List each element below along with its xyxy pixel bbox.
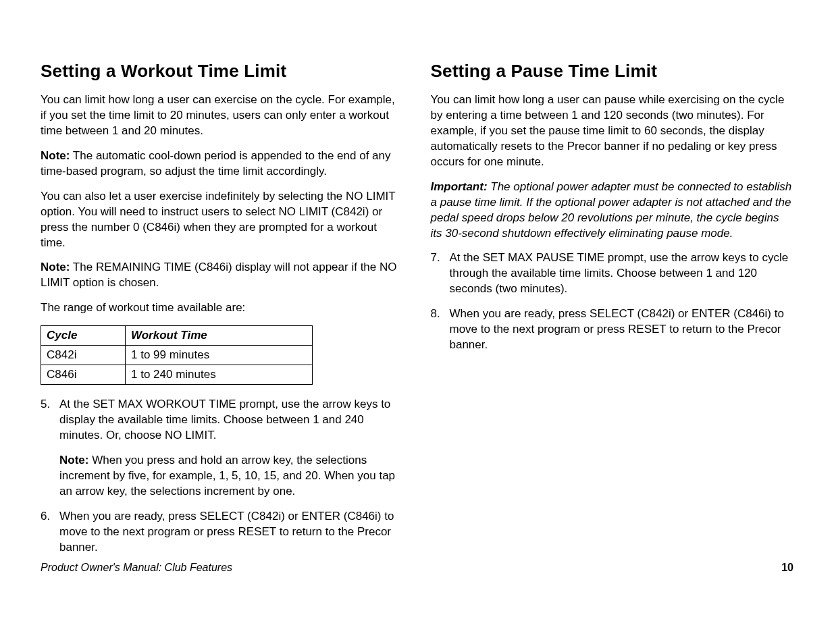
table-header-workout-time: Workout Time [126, 326, 313, 346]
step-body: At the SET MAX PAUSE TIME prompt, use th… [450, 251, 789, 295]
table-cell: 1 to 99 minutes [126, 346, 313, 365]
note-label: Note: [59, 454, 88, 466]
step-number: 5. [41, 397, 50, 412]
table-cell: 1 to 240 minutes [126, 365, 313, 385]
list-item: 6. When you are ready, press SELECT (C84… [41, 509, 404, 556]
step-body: When you are ready, press SELECT (C842i)… [59, 510, 394, 554]
note-body: The REMAINING TIME (C846i) display will … [41, 261, 397, 289]
page-number: 10 [781, 562, 793, 574]
paragraph: The range of workout time available are: [41, 300, 404, 316]
paragraph: You can limit how long a user can exerci… [41, 92, 404, 139]
step-note: Note: When you press and hold an arrow k… [59, 453, 404, 500]
step-body: When you are ready, press SELECT (C842i)… [450, 307, 784, 351]
page: Setting a Workout Time Limit You can lim… [0, 0, 834, 644]
step-list: 7. At the SET MAX PAUSE TIME prompt, use… [431, 250, 794, 353]
step-number: 6. [41, 509, 50, 525]
paragraph: You can also let a user exercise indefin… [41, 189, 404, 251]
table-cell: C842i [41, 346, 126, 365]
paragraph: You can limit how long a user can pause … [431, 92, 794, 170]
table-header-row: Cycle Workout Time [41, 326, 313, 346]
step-list: 5. At the SET MAX WORKOUT TIME prompt, u… [41, 397, 404, 555]
footer-title: Product Owner's Manual: Club Features [41, 562, 232, 574]
step-number: 7. [431, 250, 440, 266]
list-item: 8. When you are ready, press SELECT (C84… [431, 306, 794, 353]
table-row: C846i 1 to 240 minutes [41, 365, 313, 385]
note-label: Note: [41, 261, 70, 273]
step-number: 8. [431, 306, 440, 322]
note-paragraph: Note: The REMAINING TIME (C846i) display… [41, 260, 404, 291]
left-column: Setting a Workout Time Limit You can lim… [41, 61, 404, 565]
page-footer: Product Owner's Manual: Club Features 10 [41, 562, 793, 574]
workout-time-table: Cycle Workout Time C842i 1 to 99 minutes… [41, 325, 313, 385]
right-column: Setting a Pause Time Limit You can limit… [431, 61, 794, 565]
step-body: At the SET MAX WORKOUT TIME prompt, use … [59, 398, 390, 441]
list-item: 7. At the SET MAX PAUSE TIME prompt, use… [431, 250, 794, 297]
heading-pause-time-limit: Setting a Pause Time Limit [431, 61, 794, 82]
table-cell: C846i [41, 365, 126, 385]
heading-workout-time-limit: Setting a Workout Time Limit [41, 61, 404, 82]
note-label: Note: [41, 149, 70, 162]
table-header-cycle: Cycle [41, 326, 126, 346]
important-label: Important: [431, 180, 488, 193]
list-item: 5. At the SET MAX WORKOUT TIME prompt, u… [41, 397, 404, 500]
note-body: When you press and hold an arrow key, th… [59, 454, 395, 498]
note-paragraph: Note: The automatic cool-down period is … [41, 149, 404, 180]
important-paragraph: Important: The optional power adapter mu… [431, 180, 794, 242]
two-column-layout: Setting a Workout Time Limit You can lim… [41, 61, 793, 565]
table-row: C842i 1 to 99 minutes [41, 346, 313, 365]
note-body: The automatic cool-down period is append… [41, 149, 391, 178]
